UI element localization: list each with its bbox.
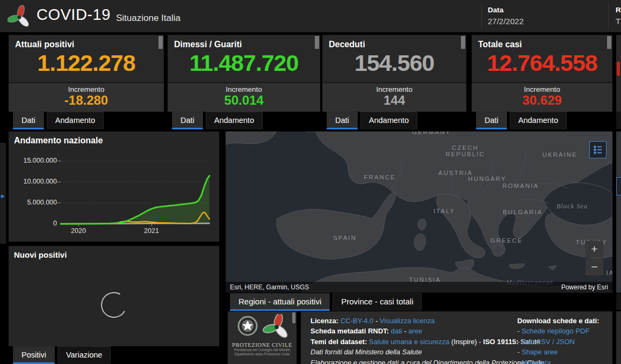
map-attribution: Esri, HERE, Garmin, USGS <box>230 283 309 291</box>
download-link-row: - Dati CSV / JSON <box>517 337 599 347</box>
download-link[interactable]: Metadata <box>522 359 551 364</box>
download-section: Download schede e dati: - Schede riepilo… <box>517 316 599 364</box>
x-tick-label: 2020 <box>71 227 86 235</box>
tab-andamento[interactable]: Andamento <box>206 112 263 129</box>
cutoff-tab-sliver <box>616 293 621 310</box>
map-basemap <box>226 132 612 293</box>
card-title: Attuali positivi <box>9 35 164 49</box>
trend-panel-title: Andamento nazionale <box>14 136 103 145</box>
increment-label: Incremento <box>168 85 320 93</box>
card-value: 11.487.720 <box>168 50 320 76</box>
card-scrollbar[interactable] <box>607 36 611 49</box>
separator: - <box>402 327 409 335</box>
new-positives-title: Nuovi positivi <box>14 250 67 259</box>
dash: - <box>517 348 522 356</box>
powered-by-esri-link[interactable]: Powered by Esri <box>561 283 608 291</box>
increment-section: Incremento 50.014 <box>168 82 320 112</box>
card-tabs-attuali: Dati Andamento <box>13 112 104 129</box>
header-cutoff-value: T <box>616 17 620 26</box>
increment-label: Incremento <box>9 85 164 93</box>
footer-scrollbar[interactable] <box>292 312 295 323</box>
legend-list-icon <box>594 145 602 154</box>
y-tick-label: 5.000.000 <box>11 199 57 206</box>
cutoff-card-sliver <box>616 35 621 112</box>
card-title: Totale casi <box>472 35 612 49</box>
tab-regioni-attuali-positivi[interactable]: Regioni - attuali positivi <box>230 293 330 311</box>
dash: - <box>517 327 522 335</box>
download-link[interactable]: Dati CSV / JSON <box>522 338 575 346</box>
tab-andamento[interactable]: Andamento <box>47 112 104 129</box>
x-tick-label: 2021 <box>144 227 159 235</box>
new-positives-panel: Nuovi positivi <box>9 246 219 346</box>
zoom-out-button[interactable]: − <box>586 258 603 275</box>
header-divider <box>608 3 609 29</box>
italy-emblem-icon <box>239 317 257 335</box>
data-source-note: Dati forniti dal Ministero della Salute <box>310 347 544 357</box>
card-dimessi-guariti: Dimessi / Guariti 11.487.720 Incremento … <box>168 35 320 112</box>
tab-dati[interactable]: Dati <box>172 112 203 129</box>
card-tabs-deceduti: Dati Andamento <box>327 112 417 129</box>
app-subtitle: Situazione Italia <box>116 13 180 24</box>
card-tabs-totale: Dati Andamento <box>476 112 567 129</box>
increment-label: Incremento <box>472 85 612 93</box>
download-link-row: - Metadata <box>517 358 599 364</box>
metadata-aree-link[interactable]: aree <box>408 327 422 335</box>
iso-label: ISO 19115: <box>483 338 518 346</box>
increment-section: Incremento 144 <box>322 82 466 112</box>
org-name: PROTEZIONE CIVILE <box>228 342 297 348</box>
tab-andamento[interactable]: Andamento <box>510 112 567 129</box>
card-scrollbar[interactable] <box>461 36 465 49</box>
download-link-row: - Shape aree <box>517 347 599 357</box>
cutoff-map-sliver <box>616 132 621 293</box>
license-link[interactable]: CC-BY-4.0 <box>341 317 374 325</box>
separator: - <box>373 317 380 325</box>
map-attribution-bar: Esri, HERE, Garmin, USGS Powered by Esri <box>226 282 612 293</box>
download-link[interactable]: Shape aree <box>522 348 558 356</box>
tab-variazione[interactable]: Variazione <box>57 346 111 364</box>
tab-positivi[interactable]: Positivi <box>13 346 55 364</box>
card-attuali-positivi: Attuali positivi 1.122.278 Incremento -1… <box>9 35 164 112</box>
download-link[interactable]: Schede riepilogo PDF <box>522 327 589 335</box>
date-label: Data <box>488 6 503 14</box>
legend-button[interactable] <box>589 141 606 158</box>
map-tabs: Regioni - attuali positivi Province - ca… <box>230 293 422 310</box>
tab-dati[interactable]: Dati <box>476 112 507 129</box>
expand-panel-arrow-icon[interactable]: ▶ <box>1 193 5 199</box>
header-cutoff-label: R <box>616 6 621 14</box>
card-value: 1.122.278 <box>9 50 164 76</box>
themes-mid: (Inspire) - <box>449 338 483 346</box>
header-bar: COVID-19 Situazione Italia Data 27/2/202… <box>0 0 621 32</box>
card-value: 154.560 <box>322 50 466 76</box>
increment-value: 144 <box>322 93 466 107</box>
footer-logo-panel: PROTEZIONE CIVILE Presidenza del Consigl… <box>228 311 297 364</box>
europe-map[interactable]: GERMANYCZECH REPUBLICUKRAINEFRANCEAUSTRI… <box>226 132 612 293</box>
dash: - <box>517 359 522 364</box>
tab-dati[interactable]: Dati <box>327 112 358 129</box>
download-links: - Schede riepilogo PDF- Dati CSV / JSON-… <box>517 326 599 364</box>
tab-province-casi-totali[interactable]: Province - casi totali <box>333 293 422 311</box>
new-positives-tabs: Positivi Variazione <box>13 346 111 363</box>
license-label: Licenza: <box>310 317 338 325</box>
license-line: Licenza: CC-BY-4.0 - Visualizza licenza <box>310 316 544 326</box>
y-tick-label: 10.000.000 <box>11 178 57 185</box>
download-title: Download schede e dati: <box>517 316 599 326</box>
card-tabs-dimessi: Dati Andamento <box>172 112 263 129</box>
card-scrollbar[interactable] <box>158 36 163 49</box>
org-line2: Dipartimento della Protezione Civile <box>228 352 297 356</box>
tab-andamento[interactable]: Andamento <box>360 112 417 129</box>
view-license-link[interactable]: Visualizza licenza <box>380 317 435 325</box>
increment-value: 30.629 <box>472 93 612 107</box>
metadata-line: Scheda metadati RNDT: dati - aree <box>310 326 544 336</box>
increment-section: Incremento 30.629 <box>472 82 612 112</box>
themes-link[interactable]: Salute umana e sicurezza <box>369 338 450 346</box>
metadata-dati-link[interactable]: dati <box>391 327 402 335</box>
zoom-in-button[interactable]: + <box>586 241 603 258</box>
header-divider <box>481 3 482 29</box>
footer-info-panel: Licenza: CC-BY-4.0 - Visualizza licenza … <box>301 311 612 364</box>
increment-section: Incremento -18.280 <box>9 82 164 112</box>
increment-value: -18.280 <box>9 93 164 107</box>
tab-dati[interactable]: Dati <box>13 112 44 129</box>
card-scrollbar[interactable] <box>315 36 319 49</box>
cutoff-legend-fragment <box>616 177 621 195</box>
trend-chart-svg <box>61 161 210 224</box>
